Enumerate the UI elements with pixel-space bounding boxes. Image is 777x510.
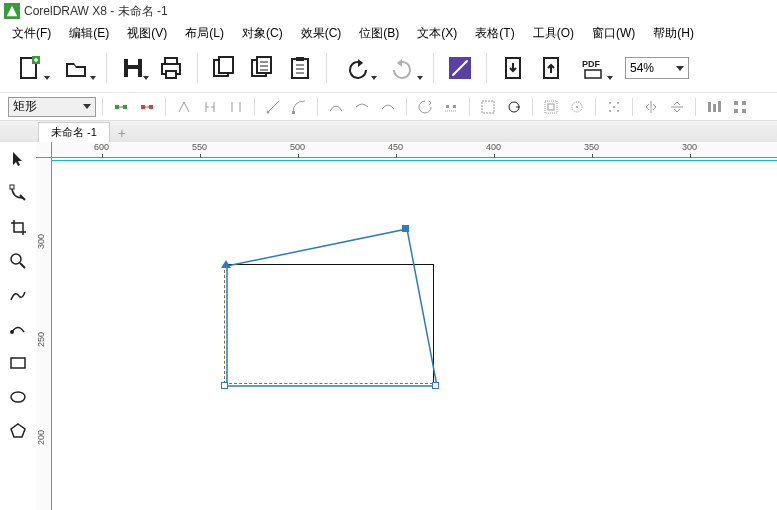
stretch-nodes-button[interactable] [539, 95, 563, 119]
svg-rect-25 [446, 105, 449, 108]
to-curve-button[interactable] [287, 95, 311, 119]
extend-curve-button[interactable] [439, 95, 463, 119]
menu-table[interactable]: 表格(T) [475, 25, 514, 42]
menu-bar: 文件(F) 编辑(E) 视图(V) 布局(L) 对象(C) 效果(C) 位图(B… [0, 22, 777, 44]
import-button[interactable] [495, 50, 531, 86]
svg-rect-40 [734, 101, 738, 105]
shape-tool[interactable] [5, 180, 31, 206]
node-bottom-left[interactable] [221, 382, 228, 389]
canvas-area: 600 550 500 450 400 350 300 300 250 200 [36, 142, 777, 510]
reflect-h-button[interactable] [639, 95, 663, 119]
menu-help[interactable]: 帮助(H) [653, 25, 694, 42]
new-button[interactable] [8, 50, 52, 86]
menu-edit[interactable]: 编辑(E) [69, 25, 109, 42]
svg-rect-37 [708, 102, 711, 112]
node-right[interactable] [432, 382, 439, 389]
node-tool-3[interactable] [224, 95, 248, 119]
rotate-nodes-button[interactable] [565, 95, 589, 119]
property-bar: 矩形 [0, 92, 777, 120]
elastic-mode-button[interactable] [702, 95, 726, 119]
drawing-canvas[interactable] [52, 158, 777, 510]
symmetric-node-button[interactable] [376, 95, 400, 119]
svg-point-34 [609, 110, 611, 112]
menu-effect[interactable]: 效果(C) [301, 25, 342, 42]
select-all-nodes-button[interactable] [728, 95, 752, 119]
menu-tools[interactable]: 工具(O) [533, 25, 574, 42]
crop-tool[interactable] [5, 214, 31, 240]
add-node-button[interactable] [109, 95, 133, 119]
break-node-button[interactable] [198, 95, 222, 119]
ruler-horizontal[interactable]: 600 550 500 450 400 350 300 [52, 142, 777, 158]
save-button[interactable] [115, 50, 151, 86]
ellipse-tool[interactable] [5, 384, 31, 410]
chevron-down-icon [676, 66, 684, 71]
chevron-down-icon [83, 104, 91, 109]
rectangle-tool[interactable] [5, 350, 31, 376]
svg-point-32 [609, 102, 611, 104]
zoom-level-combo[interactable]: 54% [625, 57, 689, 79]
search-content-button[interactable] [442, 50, 478, 86]
ruler-origin[interactable] [36, 142, 52, 158]
to-line-button[interactable] [261, 95, 285, 119]
zoom-tool[interactable] [5, 248, 31, 274]
menu-object[interactable]: 对象(C) [242, 25, 283, 42]
freehand-tool[interactable] [5, 282, 31, 308]
svg-text:PDF: PDF [582, 59, 601, 69]
svg-rect-29 [548, 104, 554, 110]
close-curve-button[interactable] [502, 95, 526, 119]
tab-active[interactable]: 未命名 -1 [38, 122, 110, 142]
svg-point-48 [11, 392, 25, 402]
print-button[interactable] [153, 50, 189, 86]
menu-layout[interactable]: 布局(L) [185, 25, 224, 42]
ruler-vertical[interactable]: 300 250 200 [36, 158, 52, 510]
svg-rect-43 [742, 109, 746, 113]
pick-tool[interactable] [5, 146, 31, 172]
standard-toolbar: PDF 54% [0, 44, 777, 92]
svg-rect-21 [141, 105, 145, 109]
polygon-tool[interactable] [5, 418, 31, 444]
open-button[interactable] [54, 50, 98, 86]
svg-rect-27 [482, 101, 494, 113]
undo-button[interactable] [335, 50, 379, 86]
extract-subpath-button[interactable] [476, 95, 500, 119]
tab-add-button[interactable]: + [112, 124, 132, 142]
align-nodes-button[interactable] [602, 95, 626, 119]
export-button[interactable] [533, 50, 569, 86]
svg-rect-24 [292, 111, 295, 114]
svg-rect-44 [10, 185, 14, 189]
redo-button[interactable] [381, 50, 425, 86]
join-nodes-button[interactable] [172, 95, 196, 119]
delete-node-button[interactable] [135, 95, 159, 119]
svg-rect-42 [734, 109, 738, 113]
paste-button[interactable] [282, 50, 318, 86]
reverse-direction-button[interactable] [413, 95, 437, 119]
document-tabs: 未命名 -1 + [0, 120, 777, 142]
rectangle-object[interactable] [224, 264, 434, 384]
svg-rect-39 [718, 101, 721, 112]
svg-rect-13 [296, 57, 304, 61]
menu-window[interactable]: 窗口(W) [592, 25, 635, 42]
smooth-node-button[interactable] [350, 95, 374, 119]
menu-bitmap[interactable]: 位图(B) [359, 25, 399, 42]
svg-rect-9 [219, 57, 233, 73]
svg-rect-26 [453, 105, 456, 108]
cut-button[interactable] [206, 50, 242, 86]
copy-button[interactable] [244, 50, 280, 86]
artistic-media-tool[interactable] [5, 316, 31, 342]
menu-view[interactable]: 视图(V) [127, 25, 167, 42]
svg-rect-4 [128, 69, 138, 77]
publish-pdf-button[interactable]: PDF [571, 50, 615, 86]
menu-file[interactable]: 文件(F) [12, 25, 51, 42]
toolbox [0, 142, 36, 510]
menu-text[interactable]: 文本(X) [417, 25, 457, 42]
node-start[interactable] [221, 260, 231, 268]
svg-rect-22 [149, 105, 153, 109]
cusp-node-button[interactable] [324, 95, 348, 119]
svg-rect-19 [115, 105, 119, 109]
guide-line[interactable] [52, 160, 777, 161]
node-top[interactable] [402, 225, 409, 232]
shape-type-combo[interactable]: 矩形 [8, 97, 96, 117]
svg-rect-20 [123, 105, 127, 109]
window-title: CorelDRAW X8 - 未命名 -1 [24, 3, 168, 20]
reflect-v-button[interactable] [665, 95, 689, 119]
